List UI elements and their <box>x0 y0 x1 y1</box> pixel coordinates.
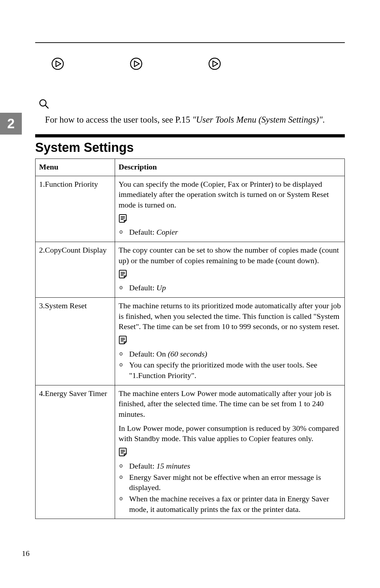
bullet-text: Default: 15 minutes <box>129 461 341 471</box>
bullet-mark: o <box>119 227 124 237</box>
svg-line-7 <box>45 105 48 108</box>
svg-point-2 <box>131 58 142 69</box>
chapter-tab: 2 <box>0 113 22 135</box>
list-item: oDefault: Copier <box>119 227 341 237</box>
bullet-text: Energy Saver might not be effective when… <box>129 472 341 493</box>
table-row: 3.System ResetThe machine returns to its… <box>36 297 345 385</box>
bullet-list: oDefault: Copier <box>119 227 341 237</box>
reference-line: For how to access the user tools, see P.… <box>35 113 345 126</box>
play-circle-icon <box>51 57 64 70</box>
list-item: oDefault: On (60 seconds) <box>119 349 341 359</box>
bullet-mark: o <box>119 494 124 503</box>
description-paragraph: The machine enters Low Power mode automa… <box>119 388 341 420</box>
section-title: System Settings <box>35 140 345 155</box>
bullet-mark: o <box>119 461 124 471</box>
description-paragraph: The machine returns to its prioritized m… <box>119 301 341 332</box>
play-circle-icon <box>208 57 221 70</box>
table-row: 2.CopyCount DisplayThe copy counter can … <box>36 242 345 298</box>
list-item: oDefault: Up <box>119 283 341 293</box>
menu-cell: 2.CopyCount Display <box>36 242 115 298</box>
list-item: oDefault: 15 minutes <box>119 461 341 471</box>
page: 2 For how to access the user tools, see … <box>0 0 380 588</box>
list-item: oYou can specify the prioritized mode wi… <box>119 360 341 380</box>
magnifier-icon <box>35 99 345 111</box>
svg-marker-3 <box>134 61 139 67</box>
list-item: oWhen the machine receives a fax or prin… <box>119 494 341 514</box>
svg-marker-1 <box>56 61 61 67</box>
list-item: oEnergy Saver might not be effective whe… <box>119 472 341 493</box>
bullet-text: Default: On (60 seconds) <box>129 349 341 359</box>
description-cell: The copy counter can be set to show the … <box>115 242 345 298</box>
reference-suffix: . <box>323 115 325 124</box>
play-circle-icon <box>129 57 143 70</box>
menu-cell: 3.System Reset <box>36 297 115 385</box>
bullet-list: oDefault: 15 minutesoEnergy Saver might … <box>119 461 341 514</box>
description-cell: You can specify the mode (Copier, Fax or… <box>115 176 345 242</box>
note-icon <box>119 270 341 281</box>
settings-table: Menu Description 1.Function PriorityYou … <box>35 159 345 519</box>
bullet-mark: o <box>119 349 124 359</box>
bullet-list: oDefault: On (60 seconds)oYou can specif… <box>119 349 341 381</box>
page-number: 16 <box>22 549 30 558</box>
menu-cell: 4.Energy Saver Timer <box>36 385 115 519</box>
bullet-text: You can specify the prioritized mode wit… <box>129 360 341 380</box>
col-head-menu: Menu <box>36 159 115 176</box>
bullet-list: oDefault: Up <box>119 283 341 293</box>
svg-point-0 <box>52 58 63 69</box>
description-paragraph: In Low Power mode, power consumption is … <box>119 423 341 444</box>
description-cell: The machine returns to its prioritized m… <box>115 297 345 385</box>
description-paragraph: The copy counter can be set to show the … <box>119 245 341 266</box>
note-icon <box>119 447 341 459</box>
svg-point-4 <box>209 58 220 69</box>
thick-rule <box>35 134 345 137</box>
menu-cell: 1.Function Priority <box>36 176 115 242</box>
bullet-mark: o <box>119 360 124 370</box>
note-icon <box>119 214 341 226</box>
col-head-desc: Description <box>115 159 345 176</box>
bullet-text: When the machine receives a fax or print… <box>129 494 341 514</box>
play-icon-row <box>35 57 345 70</box>
description-cell: The machine enters Low Power mode automa… <box>115 385 345 519</box>
table-row: 4.Energy Saver TimerThe machine enters L… <box>36 385 345 519</box>
bullet-mark: o <box>119 283 124 292</box>
reference-prefix: For how to access the user tools, see P.… <box>45 115 192 124</box>
top-rule <box>35 42 345 43</box>
bullet-text: Default: Copier <box>129 227 341 237</box>
description-paragraph: You can specify the mode (Copier, Fax or… <box>119 179 341 210</box>
bullet-mark: o <box>119 472 124 482</box>
bullet-text: Default: Up <box>129 283 341 293</box>
note-icon <box>119 335 341 347</box>
reference-italic: "User Tools Menu (System Settings)" <box>192 115 323 124</box>
table-row: 1.Function PriorityYou can specify the m… <box>36 176 345 242</box>
svg-marker-5 <box>213 61 218 67</box>
